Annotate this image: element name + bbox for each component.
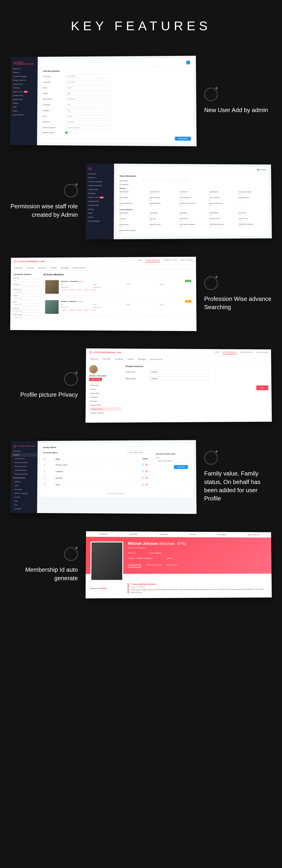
perm-checkbox[interactable] bbox=[119, 205, 121, 207]
subnav-item[interactable]: ○ Messaging bbox=[60, 267, 68, 269]
nav-item[interactable]: HOME bbox=[215, 351, 219, 354]
edit-icon[interactable]: ✎ bbox=[141, 476, 144, 479]
member-action[interactable]: ○ Shortlist bbox=[68, 289, 75, 290]
nav-item[interactable]: HAPPY STORIES bbox=[180, 259, 193, 262]
subnav-item[interactable]: ○ Dashboard bbox=[89, 358, 98, 360]
sidebar-item-profile-attributes[interactable]: Profile Attributes bbox=[10, 476, 37, 480]
sidebar-item[interactable]: Addon Manager bbox=[10, 113, 37, 117]
priv-menu-item[interactable]: ○ Happy Story bbox=[89, 391, 122, 395]
member-action[interactable]: ○ Profile bbox=[91, 309, 96, 311]
subnav-item[interactable]: ○ Ignored User List bbox=[149, 359, 163, 360]
filter-select[interactable] bbox=[13, 285, 40, 287]
member-action[interactable]: ○ Ignore bbox=[76, 309, 81, 311]
member-action[interactable]: ○ Report bbox=[83, 309, 89, 311]
fv-search-input[interactable] bbox=[127, 451, 150, 455]
verified-toggle[interactable] bbox=[65, 131, 69, 134]
member-action[interactable]: ○ Interest bbox=[61, 309, 67, 311]
priv-select[interactable]: Only Me bbox=[149, 376, 209, 381]
priv-menu-item[interactable]: ○ Message bbox=[89, 399, 122, 403]
member-action[interactable]: ○ Profile bbox=[91, 289, 96, 290]
delete-icon[interactable]: 🗑 bbox=[145, 483, 148, 486]
perm-checkbox[interactable] bbox=[150, 193, 151, 195]
sidebar-subitem[interactable]: Caste bbox=[10, 484, 37, 488]
perm-checkbox[interactable] bbox=[180, 205, 181, 207]
filter-select[interactable]: 18 bbox=[13, 279, 40, 282]
sidebar-item-members[interactable]: Members bbox=[11, 453, 38, 457]
sidebar-subitem[interactable]: City bbox=[10, 503, 37, 507]
form-input[interactable]: First Name bbox=[66, 74, 111, 79]
priv-menu-item[interactable]: ○ Gallery bbox=[89, 387, 122, 391]
sidebar-subitem[interactable]: Deleted Members bbox=[10, 468, 37, 472]
sidebar-item[interactable]: System bbox=[10, 109, 37, 113]
perm-checkbox[interactable] bbox=[209, 214, 211, 216]
nav-item[interactable]: ACTIVE MEMBERS bbox=[223, 351, 237, 354]
profile-tab[interactable]: Photo Gallery bbox=[166, 564, 177, 567]
subnav-item[interactable]: ○ My Interest bbox=[113, 358, 123, 360]
sidebar-item[interactable]: Marketing bbox=[11, 86, 38, 90]
perm-checkbox[interactable] bbox=[150, 214, 151, 216]
sidebar-item[interactable]: Dashboard bbox=[86, 172, 114, 176]
sidebar-item[interactable]: Settings bbox=[85, 207, 114, 211]
filter-select[interactable]: Choose One bbox=[13, 303, 40, 306]
form-input[interactable]: Select Date bbox=[65, 97, 111, 101]
subnav-item[interactable]: ○ My Interest bbox=[158, 533, 168, 535]
perm-checkbox[interactable] bbox=[150, 220, 151, 222]
edit-icon[interactable]: ✎ bbox=[141, 470, 144, 473]
filter-select[interactable]: Choose One bbox=[13, 290, 40, 293]
save-button[interactable]: Save bbox=[256, 385, 268, 390]
sidebar-item[interactable]: Website Setup bbox=[86, 203, 114, 207]
sidebar-item[interactable]: Dashboard bbox=[11, 67, 38, 70]
member-action[interactable]: ○ Ignore bbox=[76, 289, 81, 290]
subnav-item[interactable]: ○ Dashboard bbox=[98, 533, 107, 535]
form-input[interactable]: Confirm Password bbox=[65, 126, 111, 130]
subnav-item[interactable]: ○ Messaging bbox=[137, 359, 146, 360]
sidebar-item[interactable]: Staffs bbox=[10, 105, 37, 109]
sidebar-item[interactable]: Premium Packages bbox=[11, 74, 38, 79]
sidebar-item[interactable]: Happy Stories bbox=[86, 187, 114, 191]
sidebar-subitem[interactable]: Member Language bbox=[10, 491, 37, 495]
sidebar-subitem[interactable]: Religions bbox=[10, 480, 37, 484]
subnav-item[interactable]: ○ My Profile bbox=[26, 267, 34, 269]
perm-checkbox[interactable] bbox=[180, 226, 181, 227]
form-input[interactable]: Browse bbox=[65, 114, 111, 118]
priv-menu-item[interactable]: ○ Change Password bbox=[89, 411, 122, 415]
perm-checkbox[interactable] bbox=[239, 193, 241, 195]
subnav-item[interactable]: ○ Shortlist bbox=[49, 267, 57, 269]
form-input[interactable]: Password bbox=[65, 120, 111, 124]
form-input[interactable]: Male bbox=[65, 91, 111, 95]
sidebar-item[interactable]: Addon Manager bbox=[85, 219, 114, 223]
nav-item[interactable]: PREMIUM PLANS bbox=[240, 351, 253, 354]
form-input[interactable]: Last Name bbox=[66, 80, 111, 84]
delete-icon[interactable]: 🗑 bbox=[145, 470, 148, 473]
perm-checkbox[interactable] bbox=[209, 220, 211, 222]
perm-checkbox[interactable] bbox=[180, 199, 181, 201]
sidebar-item[interactable]: Uploaded Files bbox=[86, 199, 114, 203]
sidebar-item[interactable]: Support TicketNEW bbox=[11, 90, 38, 94]
sidebar-subitem[interactable]: Sub-Caste bbox=[10, 487, 37, 491]
sidebar-item[interactable]: Manage Payments bbox=[86, 184, 114, 187]
subnav-item[interactable]: ○ Dashboard bbox=[13, 267, 23, 269]
perm-checkbox[interactable] bbox=[180, 214, 181, 216]
form-input[interactable]: Email bbox=[65, 86, 111, 90]
nav-item[interactable]: PREMIUM PLANS bbox=[163, 259, 177, 262]
perm-checkbox[interactable] bbox=[150, 199, 151, 201]
nav-item[interactable]: ACTIVE MEMBERS bbox=[146, 259, 160, 262]
fv-name-input[interactable] bbox=[156, 459, 188, 463]
filter-select[interactable]: Choose One bbox=[13, 297, 40, 300]
priv-menu-item[interactable]: ○ Picture Privacy bbox=[89, 407, 121, 411]
perm-checkbox[interactable] bbox=[119, 232, 121, 234]
subnav-item[interactable]: ○ Shortlist bbox=[126, 358, 134, 360]
perm-checkbox[interactable] bbox=[119, 215, 121, 216]
subnav-item[interactable]: ○ Messaging bbox=[217, 534, 226, 535]
sidebar-item[interactable]: Website Setup bbox=[10, 97, 37, 101]
profile-tab[interactable]: Detailed Profile bbox=[128, 564, 141, 567]
delete-icon[interactable]: 🗑 bbox=[145, 463, 148, 466]
member-action[interactable]: ○ Interest bbox=[61, 289, 67, 290]
perm-checkbox[interactable] bbox=[180, 220, 181, 222]
sidebar-item[interactable]: Members bbox=[86, 176, 114, 180]
sidebar-subitem[interactable]: Reported Members bbox=[10, 472, 37, 476]
nav-item[interactable]: HOME bbox=[138, 259, 142, 262]
sidebar-item[interactable]: Staffs bbox=[85, 211, 114, 215]
perm-checkbox[interactable] bbox=[150, 205, 151, 207]
fv-save-button[interactable]: Save Now bbox=[174, 465, 188, 469]
